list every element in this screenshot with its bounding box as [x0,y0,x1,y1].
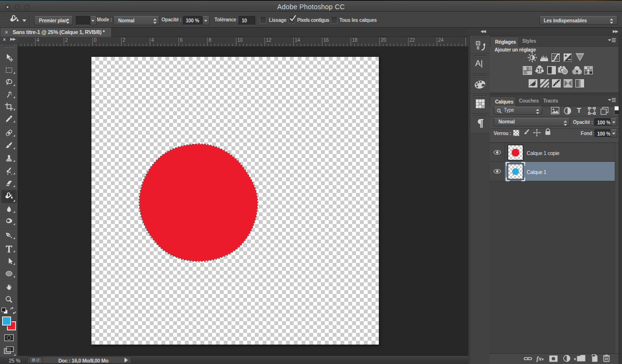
svg-text:4: 4 [36,37,39,43]
svg-text:22: 22 [409,37,415,43]
svg-text:12: 12 [266,37,272,43]
svg-text:10: 10 [237,37,243,43]
svg-text:4: 4 [151,37,154,43]
svg-text:0: 0 [94,37,97,43]
svg-text:18: 18 [352,37,358,43]
svg-text:24: 24 [438,37,444,43]
svg-text:2: 2 [123,37,125,43]
svg-text:2: 2 [65,37,68,43]
svg-text:20: 20 [381,37,387,43]
svg-text:16: 16 [323,37,329,43]
svg-text:6: 6 [180,37,183,43]
svg-text:8: 8 [209,37,212,43]
svg-text:14: 14 [295,37,301,43]
